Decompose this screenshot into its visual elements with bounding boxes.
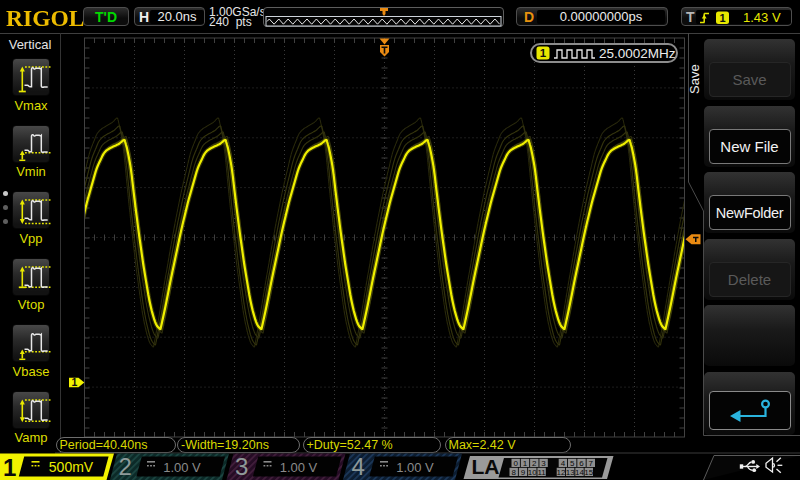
svg-text:14: 14 [575,468,584,477]
svg-text:1: 1 [3,454,16,480]
svg-text:5: 5 [570,459,575,468]
svg-text:4: 4 [352,453,365,480]
svg-text:1: 1 [523,459,528,468]
svg-text:1.00 V: 1.00 V [163,460,201,475]
svg-text:3: 3 [541,459,546,468]
svg-text:1: 1 [540,47,547,59]
svg-text:4: 4 [561,459,566,468]
svg-text:1.00 V: 1.00 V [396,460,434,475]
svg-text:0: 0 [513,459,518,468]
svg-text:12: 12 [556,468,565,477]
svg-text:2: 2 [532,459,537,468]
svg-text:3: 3 [235,453,248,480]
svg-text:25.0002MHz: 25.0002MHz [599,45,676,60]
svg-text:LA: LA [472,455,500,478]
svg-text:9: 9 [521,468,526,477]
svg-text:6: 6 [579,459,584,468]
svg-text:7: 7 [589,459,594,468]
svg-text:2: 2 [119,453,132,480]
svg-text:1.00 V: 1.00 V [280,460,318,475]
svg-text:10: 10 [528,468,537,477]
svg-text:8: 8 [511,468,516,477]
svg-text:1.43 V: 1.43 V [743,11,781,25]
svg-text:11: 11 [537,468,546,477]
svg-text:500mV: 500mV [49,459,94,475]
svg-text:1: 1 [72,376,78,388]
svg-text:15: 15 [584,468,593,477]
svg-text:1: 1 [719,12,725,24]
svg-text:13: 13 [566,468,575,477]
